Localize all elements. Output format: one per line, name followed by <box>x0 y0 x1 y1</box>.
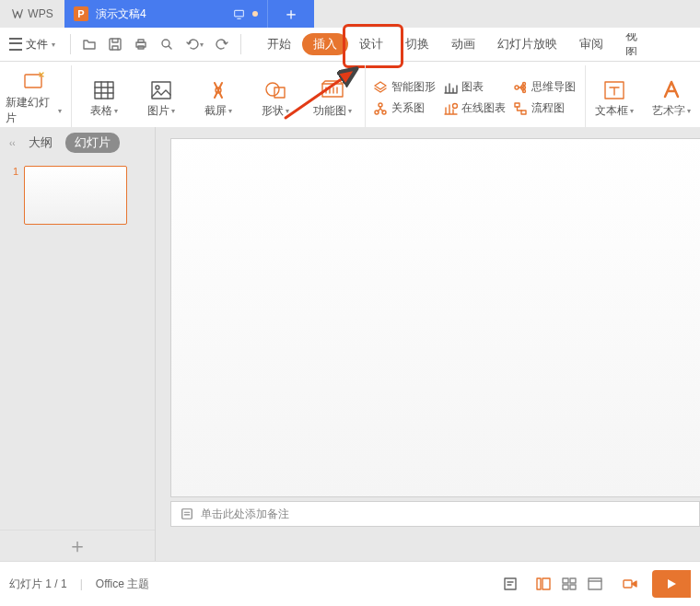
sorter-view-button[interactable] <box>556 571 582 597</box>
outline-tab[interactable]: 大纲 <box>29 134 52 151</box>
svg-rect-1 <box>110 39 121 50</box>
normal-view-button[interactable] <box>531 571 556 597</box>
func-icon <box>321 78 344 102</box>
wordart-button[interactable]: 艺术字▾ <box>643 65 700 130</box>
svg-rect-34 <box>624 580 632 588</box>
svg-rect-31 <box>563 585 568 589</box>
svg-rect-13 <box>322 84 343 97</box>
add-slide-button[interactable]: ＋ <box>0 530 155 562</box>
slides-tab[interactable]: 幻灯片 <box>65 133 120 153</box>
tab-slideshow[interactable]: 幻灯片放映 <box>486 33 568 55</box>
new-tab-button[interactable]: ＋ <box>267 0 314 28</box>
svg-rect-29 <box>563 578 568 583</box>
tab-review[interactable]: 审阅 <box>568 33 614 55</box>
print-button[interactable] <box>134 37 148 52</box>
open-button[interactable] <box>82 37 97 52</box>
mindmap-button[interactable]: 思维导图 <box>513 79 576 95</box>
svg-rect-33 <box>589 578 601 589</box>
redo-icon <box>215 37 229 52</box>
redo-button[interactable] <box>215 37 229 52</box>
svg-rect-0 <box>235 10 244 17</box>
textbox-button[interactable]: 文本框▾ <box>586 65 643 130</box>
smart-graphic-button[interactable]: 智能图形 <box>373 79 436 95</box>
screenshot-icon <box>206 78 230 102</box>
smart-icon <box>373 80 388 95</box>
new-slide-label: 新建幻灯片 <box>6 95 56 126</box>
file-menu[interactable]: 文件 ▾ <box>0 28 64 61</box>
svg-rect-8 <box>152 82 170 99</box>
table-label: 表格 <box>90 103 112 119</box>
svg-rect-6 <box>25 75 41 87</box>
svg-rect-30 <box>570 578 576 583</box>
save-icon <box>108 37 122 52</box>
titlebar: WPS P 演示文稿4 ＋ <box>0 0 700 28</box>
slideshow-button[interactable] <box>652 570 691 598</box>
separator <box>240 34 241 54</box>
hamburger-icon <box>9 38 22 51</box>
document-title: 演示文稿4 <box>96 6 226 22</box>
document-tab[interactable]: P 演示文稿4 <box>64 0 267 28</box>
wordart-label: 艺术字 <box>652 103 685 119</box>
svg-point-9 <box>156 86 159 89</box>
reading-view-button[interactable] <box>582 571 608 597</box>
statusbar: 幻灯片 1 / 1 | Office 主题 <box>0 561 700 606</box>
save-button[interactable] <box>108 37 122 52</box>
screenshot-button[interactable]: 截屏▾ <box>190 65 247 130</box>
notes-toggle-button[interactable] <box>503 577 518 591</box>
separator <box>70 34 71 54</box>
print-icon <box>134 37 148 52</box>
mindmap-icon <box>513 80 528 95</box>
flowchart-icon <box>513 101 528 116</box>
monitor-icon[interactable] <box>233 8 245 20</box>
collapse-panel-button[interactable]: ‹‹ <box>9 138 16 148</box>
svg-point-11 <box>266 83 279 96</box>
notes-pane[interactable]: 单击此处添加备注 <box>170 501 700 527</box>
plus-icon: ＋ <box>283 3 299 25</box>
unsaved-dot-icon <box>252 11 258 17</box>
table-icon <box>92 78 116 102</box>
chart-button[interactable]: 图表 <box>443 79 506 95</box>
online-chart-button[interactable]: 在线图表 <box>443 100 506 116</box>
svg-rect-27 <box>537 578 541 589</box>
tab-insert[interactable]: 插入 <box>302 33 348 55</box>
relation-button[interactable]: 关系图 <box>373 100 436 116</box>
ribbon: 新建幻灯片▾ 表格▾ 图片▾ 截屏▾ 形状▾ 功能图▾ 智能图形 关系图 图表 … <box>0 62 700 134</box>
editor-area: 单击此处添加备注 <box>156 127 700 562</box>
wps-logo-icon <box>11 7 24 20</box>
app-name: WPS <box>28 7 52 20</box>
tab-start[interactable]: 开始 <box>256 33 302 55</box>
textbox-label: 文本框 <box>595 103 628 119</box>
file-menu-label: 文件 <box>26 37 48 52</box>
table-button[interactable]: 表格▾ <box>76 65 133 130</box>
quick-access-toolbar: ▾ <box>76 37 235 52</box>
relation-icon <box>373 101 388 116</box>
wordart-icon <box>659 78 683 102</box>
tab-view[interactable]: 视图 <box>614 33 657 55</box>
shape-button[interactable]: 形状▾ <box>247 65 304 130</box>
svg-rect-7 <box>95 82 113 99</box>
slide-thumbnail[interactable] <box>24 166 127 225</box>
shape-icon <box>263 78 287 102</box>
func-button[interactable]: 功能图▾ <box>304 65 366 130</box>
tab-animation[interactable]: 动画 <box>440 33 486 55</box>
tab-transition[interactable]: 切换 <box>394 33 440 55</box>
func-label: 功能图 <box>313 103 346 119</box>
thumbnail-row[interactable]: 1 <box>9 166 146 225</box>
app-button[interactable]: WPS <box>0 0 64 28</box>
chart-icon <box>443 80 458 95</box>
slide-number: 1 <box>9 166 18 177</box>
preview-button[interactable] <box>159 37 174 52</box>
picture-label: 图片 <box>147 103 169 119</box>
slide-canvas[interactable] <box>170 138 700 497</box>
thumbnails: 1 <box>0 158 155 530</box>
tab-design[interactable]: 设计 <box>348 33 394 55</box>
undo-button[interactable]: ▾ <box>185 37 204 52</box>
record-button[interactable] <box>621 570 639 598</box>
picture-button[interactable]: 图片▾ <box>133 65 190 130</box>
theme-name: Office 主题 <box>96 577 149 592</box>
chevron-down-icon: ▾ <box>52 41 55 49</box>
ribbon-tabs: 开始 插入 设计 切换 动画 幻灯片放映 审阅 视图 <box>256 28 657 61</box>
flowchart-button[interactable]: 流程图 <box>513 100 576 116</box>
new-slide-button[interactable]: 新建幻灯片▾ <box>0 65 72 130</box>
view-buttons <box>531 571 608 597</box>
